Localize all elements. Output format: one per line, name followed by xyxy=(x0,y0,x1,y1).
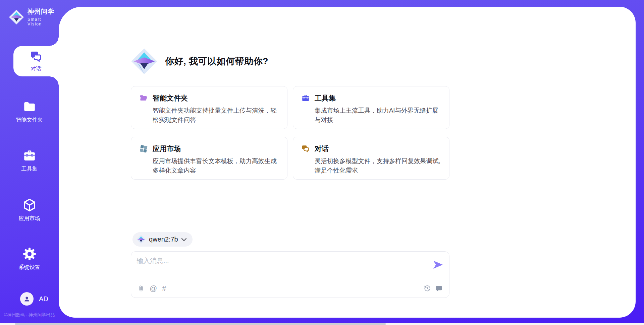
history-icon[interactable] xyxy=(424,285,431,292)
card-description: 集成市场上主流工具，助力AI与外界无缝扩展与对接 xyxy=(315,106,441,125)
card-description: 应用市场提供丰富长文本模板，助力高效生成多样化文章内容 xyxy=(153,156,279,175)
card-description: 灵活切换多模型文件，支持多样回复效果调试, 满足个性化需求 xyxy=(315,156,441,175)
message-input[interactable] xyxy=(136,256,429,277)
message-composer: @ # xyxy=(131,251,449,298)
send-button[interactable] xyxy=(433,260,443,269)
toolbox-icon xyxy=(0,149,59,163)
grid-icon xyxy=(139,144,148,153)
sidebar-item-chat[interactable]: 对话 xyxy=(13,46,59,76)
mention-icon[interactable]: @ xyxy=(150,285,157,292)
sidebar-item-label: 对话 xyxy=(31,65,42,72)
tab-fillet-bottom xyxy=(49,76,59,86)
toolbox-icon xyxy=(301,94,310,103)
sidebar-item-label: 工具集 xyxy=(0,166,59,173)
hashtag-icon[interactable]: # xyxy=(162,285,166,292)
card-chat[interactable]: 对话 灵活切换多模型文件，支持多样回复效果调试, 满足个性化需求 xyxy=(293,137,449,180)
assistant-diamond-logo-icon xyxy=(131,48,158,75)
sidebar-item-label: 应用市场 xyxy=(0,215,59,222)
card-smart-folder[interactable]: 智能文件夹 智能文件夹功能支持批量文件上传与清洗，轻松实现文件问答 xyxy=(131,86,287,129)
brand-diamond-logo-icon xyxy=(9,9,24,25)
user-name: AD xyxy=(39,295,48,303)
avatar xyxy=(20,292,34,306)
sidebar-item-toolset[interactable]: 工具集 xyxy=(0,149,59,173)
tab-fillet-top xyxy=(49,37,59,46)
cube-icon xyxy=(0,198,59,212)
folder-open-icon xyxy=(139,94,148,103)
horizontal-scrollbar-thumb[interactable] xyxy=(15,323,386,325)
attachment-icon[interactable] xyxy=(138,285,145,292)
brand-subtitle: Smart Vision xyxy=(28,17,59,26)
chevron-down-icon xyxy=(181,238,186,241)
model-diamond-logo-icon xyxy=(137,235,146,244)
greeting: 你好, 我可以如何帮助你? xyxy=(131,48,268,75)
chat-icon xyxy=(30,50,43,63)
brand-name: 神州问学 xyxy=(28,8,54,15)
card-title: 对话 xyxy=(315,144,329,153)
card-title: 工具集 xyxy=(315,93,336,103)
sidebar-item-label: 系统设置 xyxy=(0,264,59,271)
sidebar-item-label: 智能文件夹 xyxy=(0,117,59,124)
composer-divider xyxy=(135,279,446,279)
card-title: 智能文件夹 xyxy=(153,93,188,103)
comment-icon[interactable] xyxy=(435,285,442,292)
sidebar-item-smart-folder[interactable]: 智能文件夹 xyxy=(0,100,59,124)
chat-icon xyxy=(301,144,310,153)
card-description: 智能文件夹功能支持批量文件上传与清洗，轻松实现文件问答 xyxy=(153,106,279,125)
copyright-footer: ©神州数码 · 神州问学出品 xyxy=(4,312,55,318)
model-name: qwen2:7b xyxy=(149,236,178,243)
model-selector[interactable]: qwen2:7b xyxy=(132,232,193,247)
brand: 神州问学 Smart Vision xyxy=(9,7,59,26)
sidebar-item-app-market[interactable]: 应用市场 xyxy=(0,198,59,222)
horizontal-scrollbar xyxy=(0,323,644,325)
user-account[interactable]: AD xyxy=(20,292,48,306)
sidebar-item-settings[interactable]: 系统设置 xyxy=(0,247,59,271)
card-toolset[interactable]: 工具集 集成市场上主流工具，助力AI与外界无缝扩展与对接 xyxy=(293,86,449,129)
greeting-title: 你好, 我可以如何帮助你? xyxy=(165,55,268,67)
gear-icon xyxy=(0,247,59,261)
feature-cards: 智能文件夹 智能文件夹功能支持批量文件上传与清洗，轻松实现文件问答 工具集 集成… xyxy=(131,86,449,180)
card-title: 应用市场 xyxy=(153,144,181,153)
card-app-market[interactable]: 应用市场 应用市场提供丰富长文本模板，助力高效生成多样化文章内容 xyxy=(131,137,287,180)
sidebar: 神州问学 Smart Vision 对话 智能文件夹 xyxy=(0,0,59,325)
folder-icon xyxy=(0,100,59,114)
